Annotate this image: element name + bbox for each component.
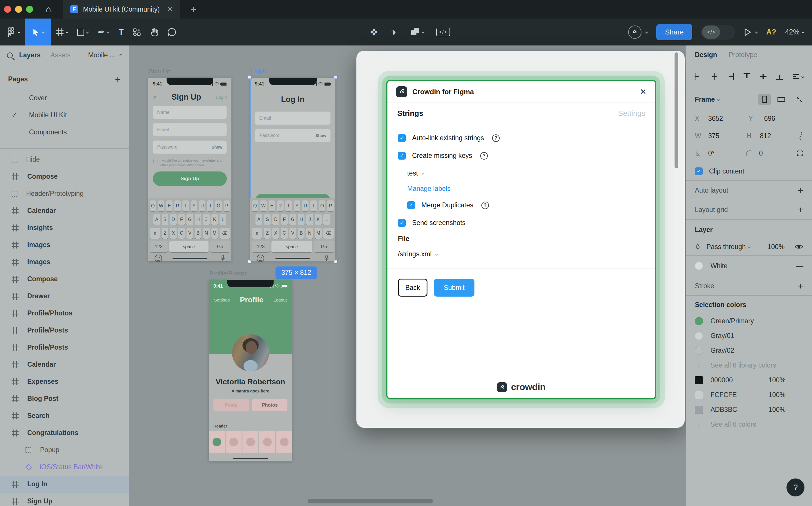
key[interactable]: F [281, 214, 288, 225]
file-dropdown[interactable]: /strings.xml [388, 250, 655, 258]
login-link[interactable]: Login [216, 95, 227, 100]
layer-row[interactable]: Compose [0, 270, 129, 287]
close-window-button[interactable] [4, 6, 11, 13]
key[interactable]: D [170, 214, 177, 225]
height-input[interactable]: H812 [746, 132, 798, 140]
search-icon[interactable] [7, 53, 13, 58]
name-field[interactable]: Name [153, 106, 227, 119]
tab-design[interactable]: Design [695, 51, 717, 59]
align-vertical-center-icon[interactable] [759, 73, 767, 80]
key[interactable]: Y [294, 200, 300, 212]
key[interactable]: B [195, 228, 201, 239]
key[interactable]: T [183, 200, 189, 212]
swatch-cell[interactable] [276, 431, 292, 453]
show-password-link[interactable]: Show [316, 133, 326, 138]
key[interactable]: I [310, 200, 317, 212]
password-field[interactable]: Password Show [255, 129, 331, 142]
help-icon[interactable]: ? [492, 135, 500, 142]
layer-row[interactable]: Blog Post [0, 390, 129, 407]
add-layout-grid-button[interactable]: + [798, 204, 803, 216]
color-swatch[interactable] [695, 406, 703, 414]
key[interactable]: P [327, 200, 334, 212]
x-input[interactable]: X3652 [695, 115, 748, 122]
color-swatch[interactable] [695, 332, 703, 340]
document-tab[interactable]: F Mobile UI kit (Community) ✕ [63, 0, 180, 18]
auto-link-checkbox[interactable]: ✓ [398, 134, 406, 142]
email-field[interactable]: Email [153, 123, 227, 137]
signup-frame[interactable]: Sign Up 9:41 ✕ Sign Up Login Name Email … [148, 78, 231, 261]
resources-tool-button[interactable] [128, 18, 146, 46]
collapse-icon[interactable] [796, 96, 803, 103]
layer-row[interactable]: Insights [0, 219, 129, 236]
close-icon[interactable]: ✕ [153, 95, 156, 100]
layer-row[interactable]: Images [0, 253, 129, 270]
key[interactable]: O [319, 200, 325, 212]
zoom-window-button[interactable] [26, 6, 33, 13]
key[interactable]: I [207, 200, 213, 212]
layer-row[interactable]: Images [0, 236, 129, 253]
key[interactable]: H [195, 214, 202, 225]
key[interactable]: X [170, 228, 176, 239]
remove-fill-button[interactable]: — [796, 262, 803, 270]
key[interactable]: J [306, 214, 313, 225]
go-key[interactable]: Go [314, 241, 334, 252]
color-swatch[interactable] [695, 347, 703, 355]
create-keys-checkbox[interactable]: ✓ [398, 152, 406, 160]
resize-handle[interactable] [248, 75, 252, 79]
key[interactable]: H [298, 214, 304, 225]
component-icon[interactable]: ❖ [365, 18, 383, 46]
key[interactable]: Q [150, 200, 156, 212]
clip-content-checkbox[interactable]: ✓ [695, 167, 703, 175]
close-tab-icon[interactable]: ✕ [167, 5, 173, 13]
layer-row[interactable]: Search [0, 407, 129, 424]
layer-row[interactable]: iOS/Status Bar/White [0, 458, 129, 476]
shift-key[interactable]: ⇧ [150, 228, 160, 239]
align-left-icon[interactable] [694, 73, 702, 80]
tab-layers[interactable]: Layers [19, 51, 41, 59]
see-all-colors[interactable]: ⋮ See all 6 colors [686, 417, 812, 432]
password-field[interactable]: Password Show [153, 141, 227, 154]
layer-row[interactable]: Profile/Photos [0, 305, 129, 322]
hand-tool-button[interactable] [146, 18, 163, 46]
close-plugin-icon[interactable]: ✕ [640, 87, 647, 96]
key[interactable]: Y [191, 200, 197, 212]
tab-assets[interactable]: Assets [51, 51, 70, 59]
show-password-link[interactable]: Show [212, 145, 222, 150]
layer-row[interactable]: Expenses [0, 373, 129, 390]
key[interactable]: M [315, 228, 322, 239]
selection-color-row[interactable]: Gray/02 [686, 343, 812, 358]
key[interactable]: Z [162, 228, 168, 239]
boolean-union-icon[interactable] [407, 18, 429, 46]
tab-posts[interactable]: Posts [213, 399, 249, 411]
key[interactable]: R [277, 200, 284, 212]
selection-color-row[interactable]: Gray/01 [686, 328, 812, 343]
color-opacity[interactable]: 100% [768, 376, 786, 384]
merge-duplicates-checkbox[interactable]: ✓ [407, 201, 415, 209]
emoji-icon[interactable] [154, 255, 162, 262]
layer-row[interactable]: Sign Up [0, 493, 129, 506]
key[interactable]: Q [252, 200, 258, 212]
key[interactable]: K [315, 214, 322, 225]
key[interactable]: N [306, 228, 313, 239]
see-all-library-colors[interactable]: ⋮ See all 6 library colors [686, 358, 812, 373]
minimize-window-button[interactable] [15, 6, 22, 13]
file-name-tab[interactable]: Mobile ... [88, 51, 122, 59]
swatch-cell[interactable] [226, 431, 242, 453]
shape-tool-button[interactable] [72, 18, 93, 46]
key[interactable]: J [203, 214, 210, 225]
backspace-key[interactable] [323, 228, 334, 239]
layer-row[interactable]: Calendar [0, 356, 129, 373]
layer-row[interactable]: Calendar [0, 202, 129, 219]
missing-fonts-badge[interactable]: A? [766, 27, 776, 36]
key[interactable]: W [158, 200, 164, 212]
layer-row[interactable]: Profile/Posts [0, 322, 129, 339]
key[interactable]: T [285, 200, 292, 212]
tab-strings[interactable]: Strings [397, 109, 423, 118]
frame-tool-button[interactable] [51, 18, 72, 46]
main-menu-button[interactable] [3, 18, 25, 46]
mic-icon[interactable] [220, 255, 225, 262]
mask-icon[interactable]: ◑ [386, 18, 401, 46]
share-button[interactable]: Share [656, 24, 692, 40]
layer-row[interactable]: Header/Prototyping [0, 185, 129, 202]
tab-photos[interactable]: Photos [252, 399, 288, 411]
